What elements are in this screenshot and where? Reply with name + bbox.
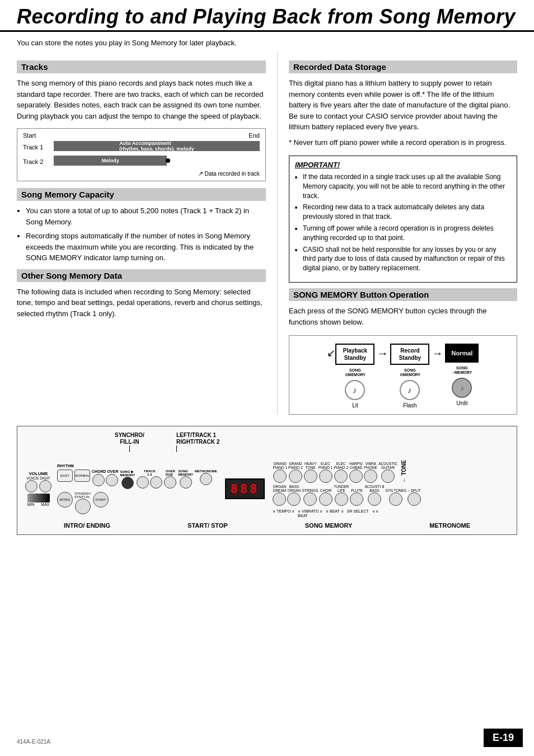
elec1-label: ELECPIANO 1 [318, 462, 333, 469]
arrow-1: → [374, 347, 390, 360]
song-memory-capacity-heading: Song Memory Capacity [17, 188, 266, 201]
playback-status: Lit [352, 402, 358, 408]
important-label: IMPORTANT! [295, 161, 511, 169]
metronome-label: METRONOME [195, 469, 217, 473]
syn-tones-btn[interactable] [389, 492, 402, 506]
page-title: Recording to and Playing Back from Song … [17, 6, 517, 28]
grand2-btn[interactable] [289, 469, 302, 483]
song-btn[interactable] [180, 476, 192, 489]
playback-standby-item: PlaybackStandby SONG⊙MEMORY ♪ Lit [335, 344, 374, 408]
acousticb-label: ACOUSTI BBASS [364, 485, 384, 492]
elec2-label: ELECPIANO 2 [334, 462, 348, 469]
chord-btns: CHORD OVER [92, 469, 118, 489]
vibra-btn[interactable] [364, 469, 377, 483]
bass-organ-btn[interactable] [287, 492, 301, 506]
display-group: 888 [225, 478, 265, 499]
smo-btn[interactable] [121, 477, 134, 489]
chord-btn-2[interactable] [106, 474, 118, 486]
button-operation-diagram: ↙ PlaybackStandby SONG⊙MEMORY ♪ Lit → [289, 335, 517, 415]
capacity-bullet-1: You can store a total of up to about 5,2… [26, 205, 266, 227]
tone-vibra: VIBRAPHONE [364, 462, 377, 483]
small-btns-row: EASY NORMAL CHORD OVER SONG ▶MEMORY TRAC… [57, 469, 217, 489]
tunder-btn[interactable] [335, 492, 348, 506]
voice-btn-2[interactable] [39, 480, 51, 492]
vibra-label: VIBRAPHONE [364, 462, 377, 469]
arrows-label: ∨ ∧ [372, 509, 379, 518]
organ-dream-label: ORGANDREAM [273, 485, 287, 492]
normal-status: Unlit [456, 400, 467, 406]
playback-btn-char: ♪ [353, 386, 357, 395]
record-btn-icon: ♪ [400, 380, 420, 400]
overflow-btn[interactable] [164, 476, 176, 489]
display: 888 [225, 478, 265, 499]
split-btn[interactable] [407, 492, 421, 506]
track1-btn[interactable] [137, 476, 149, 489]
playback-standby-box: PlaybackStandby [335, 344, 374, 365]
capacity-bullet-2: Recording stops automatically if the num… [26, 231, 266, 264]
harps-btn[interactable] [349, 469, 363, 483]
track-row-1: Track 1 Auto Accompaniment(rhythm, bass,… [23, 141, 260, 153]
harps-label: HARPS/CHBAD [349, 462, 363, 469]
track-line [176, 445, 177, 452]
strings-btn[interactable] [303, 492, 317, 506]
chord-btns-row [92, 474, 118, 486]
page-header: Recording to and Playing Back from Song … [0, 0, 534, 32]
tone-bass-organ: BASSORGAN [287, 485, 301, 506]
volume-slider[interactable] [27, 494, 50, 503]
arrow-2: → [429, 347, 445, 360]
start-stop-label: START/ STOP [188, 522, 228, 529]
intro-paragraph: You can store the notes you play in Song… [17, 37, 517, 49]
standby-btn[interactable] [75, 499, 91, 514]
normal-btn-icon-wrap: SONG○MEMORY ♪ [452, 366, 472, 398]
acousticb-btn[interactable] [368, 492, 381, 506]
important-bullet-2: Recording new data to a track automatica… [303, 203, 511, 222]
tone-grand2: GRANDPIANO 2 [288, 462, 303, 483]
max-label: MAX [41, 503, 49, 506]
easy-btn[interactable]: EASY [57, 469, 73, 482]
piano-section: SYNCHRO/FILL-IN LEFT/TRACK 1RIGHT/TRACK … [17, 426, 517, 534]
intro-ending-label: INTRO/ ENDING [64, 522, 110, 529]
recorded-data-body: This digital piano has a lithium battery… [289, 78, 517, 133]
playback-icon-label: SONG⊙MEMORY [345, 368, 366, 377]
track2-label: Track 2 [23, 158, 54, 165]
overflow-group: OVERDUB [164, 469, 176, 489]
organ-dream-btn[interactable] [273, 492, 286, 506]
acoustic-btn[interactable] [381, 469, 395, 483]
important-bullet-4: CASIO shall not be held responsible for … [303, 245, 511, 273]
metronome-btn[interactable] [200, 473, 212, 485]
tone-row-2: ORGANDREAM BASSORGAN STRINGS CHOIR TUNDE… [273, 485, 509, 506]
track-btns-row [137, 476, 162, 489]
beat-label: ∨ BEAT ∧ [326, 509, 344, 518]
sr-select-label: SR SELECT [347, 509, 369, 518]
start-btn[interactable]: START [93, 492, 109, 508]
elec1-btn[interactable] [319, 469, 332, 483]
heavy-label: HEAVYTONE [305, 462, 317, 469]
loop-arrow-icon: ↙ [327, 347, 335, 359]
heavy-btn[interactable] [304, 469, 317, 483]
split-label: ○ SPLIT [407, 489, 421, 492]
tone-choir: CHOIR [319, 489, 332, 506]
song-btn-group: SONGMEMORY [178, 469, 193, 489]
tone-flute: FLUTE [350, 489, 363, 506]
tempo-down-label: ∨ TEMPO ∧ [273, 509, 294, 518]
left-column: Tracks The song memory of this piano rec… [17, 53, 277, 415]
normal-small-btn[interactable]: NORMAL [74, 469, 90, 482]
voice-btn-1[interactable] [25, 480, 38, 492]
normal-box: Normal [445, 344, 479, 363]
flute-label: FLUTE [351, 489, 363, 492]
track-diagram-note: ↗ Data recorded in track [23, 170, 260, 177]
normal-item: Normal SONG○MEMORY ♪ Unlit [445, 344, 479, 406]
choir-btn[interactable] [319, 492, 332, 506]
track-end-label: End [249, 132, 260, 139]
chord-btn-1[interactable] [92, 474, 105, 486]
grand1-btn[interactable] [273, 469, 287, 483]
song-memory-capacity-list: You can store a total of up to about 5,2… [26, 205, 266, 264]
bass-organ-label: BASSORGAN [288, 485, 301, 492]
volume-range: MIN MAX [27, 503, 50, 506]
track2-btn[interactable] [150, 476, 162, 489]
intro-btn[interactable]: INTRO [57, 492, 73, 508]
record-icon-label: SONG⊙MEMORY [400, 368, 420, 377]
flute-btn[interactable] [350, 492, 363, 506]
elec2-btn[interactable] [334, 469, 348, 483]
rhythm-label: RHYTHM [57, 464, 217, 468]
